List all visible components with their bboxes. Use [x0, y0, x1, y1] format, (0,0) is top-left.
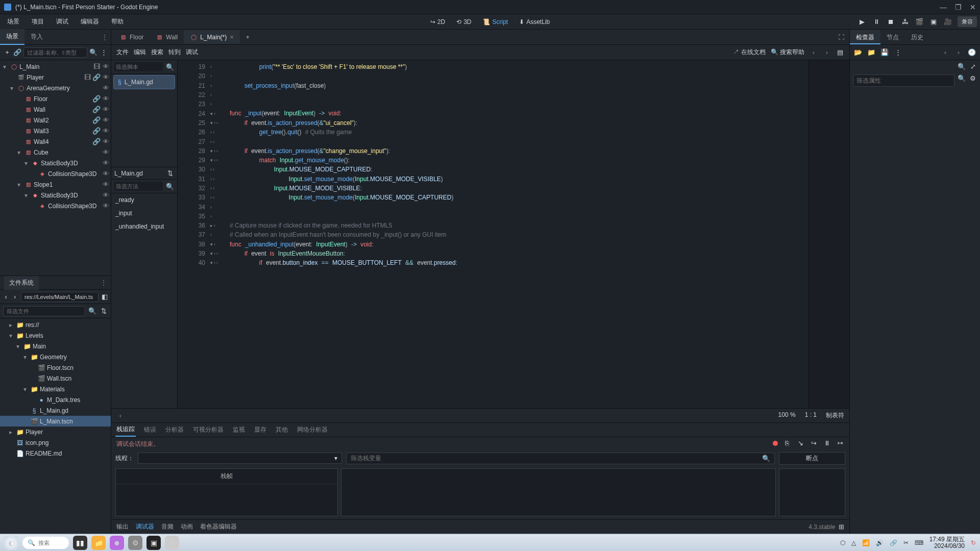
fs-tree-row[interactable]: 🎬Wall.tscn	[0, 373, 111, 384]
menu-debug[interactable]: 调试	[52, 15, 72, 28]
app-terminal-icon[interactable]: ▣	[146, 536, 161, 550]
scene-tree-row[interactable]: ▧Floor🔗👁	[0, 93, 111, 104]
settings-icon[interactable]: ⚙	[969, 74, 977, 87]
app-folder-icon[interactable]: 📁	[91, 536, 106, 550]
scene-filter-input[interactable]	[23, 47, 87, 58]
nav-back-icon[interactable]: ‹	[810, 48, 818, 56]
tab-history[interactable]: 历史	[905, 30, 929, 44]
search-icon[interactable]: 🔍	[958, 74, 966, 87]
scene-tree[interactable]: ▾◯L_Main🎞👁🎬Player🎞🔗👁▾◯ArenaGeometry👁▧Flo…	[0, 60, 111, 276]
script-menu-debug[interactable]: 调试	[186, 48, 198, 57]
filter-methods-input[interactable]	[114, 182, 163, 191]
open-resource-icon[interactable]: 📂	[854, 48, 862, 56]
fs-tree-row[interactable]: ▾📁Geometry	[0, 352, 111, 362]
fs-tree-row[interactable]: ▾📁Main	[0, 341, 111, 352]
dbg-tab-vram[interactable]: 显存	[253, 423, 267, 436]
scene-tree-row[interactable]: ◈CollisionShape3D👁	[0, 168, 111, 179]
history-icon[interactable]: 🕘	[968, 48, 976, 56]
more-icon[interactable]: ⋮	[100, 48, 108, 56]
launcher-icon[interactable]: ◐	[4, 536, 18, 550]
remote-icon[interactable]: 🖧	[900, 18, 910, 26]
app-settings-icon[interactable]: ⚙	[165, 536, 179, 550]
play-icon[interactable]: ▶	[857, 18, 867, 26]
dock-menu-icon[interactable]: ⋮	[102, 34, 108, 41]
code-editor[interactable]: 1920212223242526272829303132333435363738…	[178, 60, 849, 408]
step-over-icon[interactable]: ↪	[810, 439, 818, 447]
method-item[interactable]: _unhandled_input	[111, 220, 177, 233]
scroll-left-icon[interactable]: ‹	[116, 412, 125, 419]
nav-fwd-icon[interactable]: ›	[954, 48, 963, 56]
play-custom-icon[interactable]: ▣	[929, 18, 938, 26]
close-icon[interactable]: ✕	[970, 3, 976, 11]
viewport-2d-button[interactable]: ↪ 2D	[427, 16, 448, 28]
method-item[interactable]: _ready	[111, 193, 177, 207]
close-tab-icon[interactable]: ×	[230, 33, 234, 41]
search-icon[interactable]: 🔍	[88, 307, 96, 315]
inspector-filter-input[interactable]	[853, 74, 954, 87]
search-icon[interactable]: 🔍	[166, 183, 174, 190]
tab-inspector[interactable]: 检查器	[850, 30, 880, 44]
scene-tree-row[interactable]: ▧Wall2🔗👁	[0, 115, 111, 126]
fs-square-icon[interactable]: ◧	[102, 293, 108, 300]
movie-icon[interactable]: 🎥	[943, 18, 952, 26]
minimize-icon[interactable]: —	[940, 3, 947, 11]
scene-tree-row[interactable]: ▾◆StaticBody3D👁	[0, 190, 111, 201]
scene-tree-row[interactable]: ▧Wall🔗👁	[0, 104, 111, 115]
bottom-tab-debugger[interactable]: 调试器	[136, 522, 154, 531]
renderer-badge[interactable]: 兼容	[958, 16, 977, 27]
pause-icon[interactable]: ⏸	[872, 18, 881, 26]
scene-tree-row[interactable]: ▾▧Cube👁	[0, 147, 111, 158]
new-tab-button[interactable]: +	[240, 31, 256, 44]
nav-fwd-icon[interactable]: ›	[823, 48, 831, 56]
nav-back-icon[interactable]: ‹	[3, 293, 9, 300]
tray-keyboard-icon[interactable]: ⌨	[915, 539, 923, 546]
os-search[interactable]: 🔍	[22, 537, 69, 549]
add-node-icon[interactable]: +	[3, 48, 11, 56]
fs-tree-row[interactable]: 📄README.md	[0, 448, 111, 459]
pause-icon[interactable]: ⏸	[823, 439, 831, 447]
bottom-tab-audio[interactable]: 音频	[161, 522, 174, 531]
tray-shield-icon[interactable]: ⬡	[840, 539, 845, 546]
fs-tree-row[interactable]: §L_Main.gd	[0, 405, 111, 416]
fs-filter-input[interactable]	[3, 306, 85, 316]
layout-icon[interactable]: ⊞	[839, 523, 844, 531]
taskview-icon[interactable]: ▮▮	[73, 536, 87, 550]
tab-node[interactable]: 节点	[880, 30, 905, 44]
distraction-free-icon[interactable]: ⛶	[833, 34, 849, 41]
scene-tree-row[interactable]: ▾◯ArenaGeometry👁	[0, 83, 111, 93]
script-menu-edit[interactable]: 编辑	[134, 48, 146, 57]
minimap[interactable]	[808, 60, 849, 408]
maximize-icon[interactable]: ❐	[955, 3, 962, 11]
fs-tree-row[interactable]: 🎬Floor.tscn	[0, 362, 111, 373]
menu-scene[interactable]: 场景	[3, 15, 23, 28]
tray-volume-icon[interactable]: 🔊	[876, 539, 884, 546]
scene-tree-row[interactable]: ▾▧Slope1👁	[0, 179, 111, 190]
fs-tree-row[interactable]: ●M_Dark.tres	[0, 394, 111, 405]
script-menu-goto[interactable]: 转到	[168, 48, 181, 57]
nav-fwd-icon[interactable]: ›	[12, 293, 18, 300]
app-gear-icon[interactable]: ⚙	[128, 536, 142, 550]
script-menu-file[interactable]: 文件	[116, 48, 129, 57]
zoom-label[interactable]: 100 %	[778, 411, 796, 420]
tab-scene[interactable]: 场景	[0, 29, 24, 45]
viewport-3d-button[interactable]: ⟲ 3D	[453, 16, 474, 28]
menu-editor[interactable]: 编辑器	[77, 15, 103, 28]
fs-tree-row[interactable]: 🎬L_Main.tscn	[0, 416, 111, 427]
thread-dropdown[interactable]: ▾	[138, 453, 342, 464]
dbg-tab-stack[interactable]: 栈追踪	[115, 423, 136, 437]
script-menu-search[interactable]: 搜索	[151, 48, 163, 57]
scene-tree-row[interactable]: ◈CollisionShape3D👁	[0, 201, 111, 211]
fs-tree-row[interactable]: ▾📁Materials	[0, 384, 111, 394]
method-item[interactable]: _input	[111, 207, 177, 220]
viewport-script-button[interactable]: 📜 Script	[479, 16, 511, 28]
link-icon[interactable]: 🔗	[13, 48, 21, 56]
scene-tree-row[interactable]: 🎬Player🎞🔗👁	[0, 72, 111, 83]
scene-tree-row[interactable]: ▾◆StaticBody3D👁	[0, 158, 111, 168]
viewport-assetlib-button[interactable]: ⬇ AssetLib	[516, 16, 553, 28]
scene-tab[interactable]: ◯L_Main(*)×	[184, 30, 240, 44]
more-icon[interactable]: ⋮	[894, 48, 902, 56]
scene-tree-row[interactable]: ▾◯L_Main🎞👁	[0, 61, 111, 72]
scene-tree-row[interactable]: ▧Wall3🔗👁	[0, 126, 111, 136]
sort-icon[interactable]: ⇅	[100, 307, 108, 315]
play-scene-icon[interactable]: 🎬	[915, 18, 924, 26]
